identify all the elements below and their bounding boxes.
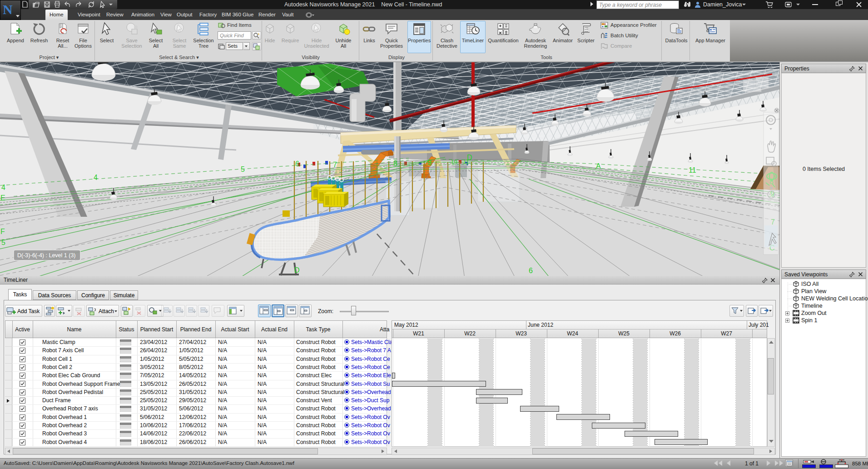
svg-text:4: 4 — [94, 174, 98, 181]
svg-text:D(-3)-6(-4) : Level 1 (3): D(-3)-6(-4) : Level 1 (3) — [17, 252, 76, 259]
svg-text:8: 8 — [393, 160, 397, 167]
svg-text:9: 9 — [427, 159, 432, 166]
svg-text:10: 10 — [451, 159, 457, 165]
svg-text:11: 11 — [689, 166, 696, 174]
svg-text:6: 6 — [529, 267, 533, 274]
svg-text:E: E — [0, 194, 5, 202]
svg-text:A: A — [596, 162, 601, 170]
svg-text:6: 6 — [295, 160, 299, 168]
svg-text:5: 5 — [1, 239, 5, 246]
svg-text:11: 11 — [463, 159, 469, 165]
svg-text:F: F — [0, 228, 5, 235]
svg-text:D: D — [294, 266, 300, 274]
svg-text:7: 7 — [333, 161, 337, 169]
svg-text:5: 5 — [241, 165, 245, 173]
svg-text:4: 4 — [1, 184, 5, 191]
